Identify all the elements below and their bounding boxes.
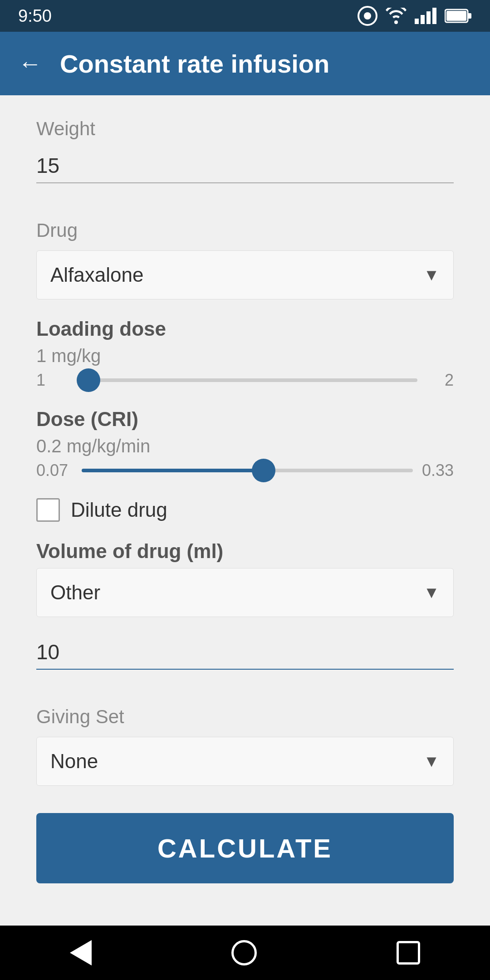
giving-set-label: Giving Set (36, 706, 454, 728)
nav-back-button[interactable] (70, 940, 92, 965)
drug-dropdown[interactable]: Alfaxalone ▼ (36, 250, 454, 299)
main-content: Weight Drug Alfaxalone ▼ Loading dose 1 … (0, 95, 490, 926)
calculate-button[interactable]: CALCULATE (36, 813, 454, 883)
loading-dose-value: 1 mg/kg (36, 346, 454, 366)
loading-dose-min: 1 (36, 371, 73, 390)
signal-icon (415, 8, 436, 24)
giving-set-section: Giving Set None ▼ (36, 706, 454, 786)
dose-cri-fill (82, 469, 264, 472)
nav-home-button[interactable] (231, 940, 257, 965)
dose-cri-slider-row: 0.07 0.33 (36, 461, 454, 480)
volume-dropdown[interactable]: Other ▼ (36, 568, 454, 617)
loading-dose-label: Loading dose (36, 318, 454, 340)
dose-cri-min: 0.07 (36, 461, 73, 480)
dose-cri-section: Dose (CRI) 0.2 mg/kg/min 0.07 0.33 (36, 408, 454, 480)
svg-rect-1 (468, 13, 471, 19)
volume-label: Volume of drug (ml) (36, 540, 454, 563)
battery-icon (445, 8, 472, 24)
notification-icon (358, 6, 377, 26)
giving-set-arrow: ▼ (423, 752, 440, 771)
page-title: Constant rate infusion (60, 49, 329, 78)
loading-dose-max: 2 (426, 371, 454, 390)
volume-section: Volume of drug (ml) Other ▼ (36, 540, 454, 688)
dose-cri-value: 0.2 mg/kg/min (36, 436, 454, 456)
weight-section: Weight (36, 118, 454, 201)
drug-dropdown-value: Alfaxalone (50, 264, 143, 286)
volume-input[interactable] (36, 635, 454, 670)
status-time: 9:50 (18, 6, 52, 26)
drug-dropdown-arrow: ▼ (423, 265, 440, 284)
nav-home-icon (231, 940, 257, 965)
dose-cri-label: Dose (CRI) (36, 408, 454, 431)
bottom-nav (0, 926, 490, 980)
dilute-drug-checkbox[interactable] (36, 498, 60, 522)
nav-back-icon (70, 940, 92, 965)
back-button[interactable]: ← (18, 52, 42, 75)
dose-cri-max: 0.33 (422, 461, 454, 480)
wifi-icon (386, 8, 407, 24)
status-icons (358, 6, 472, 26)
drug-label: Drug (36, 220, 454, 241)
dilute-drug-label: Dilute drug (71, 499, 167, 521)
volume-dropdown-arrow: ▼ (423, 583, 440, 602)
giving-set-value: None (50, 750, 98, 773)
loading-dose-thumb[interactable] (77, 368, 100, 392)
drug-section: Drug Alfaxalone ▼ (36, 220, 454, 299)
loading-dose-track[interactable] (82, 378, 417, 382)
svg-rect-2 (446, 11, 466, 21)
weight-input[interactable] (36, 149, 454, 183)
loading-dose-slider-row: 1 2 (36, 371, 454, 390)
app-bar: ← Constant rate infusion (0, 32, 490, 95)
dilute-drug-row: Dilute drug (36, 498, 454, 522)
nav-recent-icon (397, 941, 420, 965)
volume-dropdown-value: Other (50, 581, 100, 604)
giving-set-dropdown[interactable]: None ▼ (36, 737, 454, 786)
nav-recent-button[interactable] (397, 941, 420, 965)
loading-dose-section: Loading dose 1 mg/kg 1 2 (36, 318, 454, 390)
weight-label: Weight (36, 118, 454, 140)
dose-cri-track[interactable] (82, 469, 413, 472)
dose-cri-thumb[interactable] (252, 459, 275, 482)
status-bar: 9:50 (0, 0, 490, 32)
